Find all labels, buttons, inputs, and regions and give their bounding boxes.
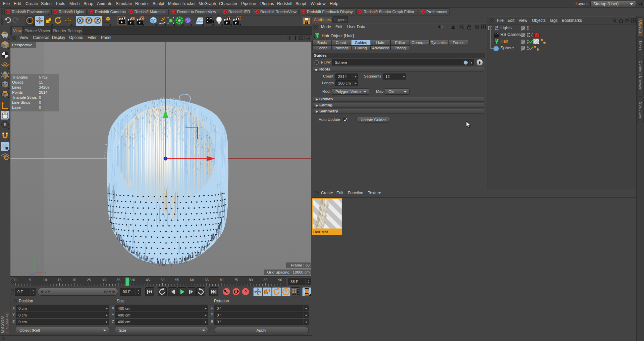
svg-text:10: 10	[43, 278, 47, 282]
svg-text:X: X	[44, 271, 47, 275]
svg-text:80: 80	[249, 278, 253, 282]
svg-text:25: 25	[87, 278, 91, 282]
svg-text:Frame : 38: Frame : 38	[291, 263, 310, 267]
svg-text:5732: 5732	[39, 75, 48, 79]
svg-text:30: 30	[102, 278, 106, 282]
svg-text:65: 65	[205, 278, 209, 282]
svg-text:15: 15	[58, 278, 62, 282]
svg-text:5: 5	[29, 278, 31, 282]
svg-text:Y: Y	[34, 259, 36, 262]
svg-text:Layer: Layer	[12, 105, 22, 109]
svg-text:85: 85	[264, 278, 268, 282]
svg-text:38: 38	[129, 278, 133, 282]
svg-text:20: 20	[72, 278, 76, 282]
svg-text:35: 35	[116, 278, 120, 282]
svg-text:55: 55	[175, 278, 179, 282]
svg-text:Triangles: Triangles	[12, 75, 28, 79]
svg-text:Line Strips: Line Strips	[12, 100, 31, 104]
svg-text:Lines: Lines	[12, 85, 21, 89]
svg-text:Z: Z	[96, 18, 99, 23]
svg-text:0: 0	[14, 278, 16, 282]
svg-text:Quads: Quads	[12, 80, 23, 84]
svg-text:0: 0	[39, 105, 41, 109]
svg-text:X: X	[79, 18, 82, 23]
svg-text:2814: 2814	[39, 90, 48, 94]
svg-text:60: 60	[190, 278, 194, 282]
svg-text:45: 45	[146, 278, 150, 282]
svg-text:0: 0	[496, 26, 498, 29]
svg-text:S: S	[4, 122, 7, 127]
svg-text:Points: Points	[12, 90, 23, 94]
svg-text:0: 0	[39, 100, 41, 104]
svg-text:0: 0	[39, 95, 41, 99]
svg-text:Y: Y	[88, 18, 91, 23]
svg-text:50: 50	[161, 278, 165, 282]
svg-text:Z: Z	[30, 274, 32, 277]
svg-text:P: P	[284, 290, 287, 294]
svg-text:Triangle Strips: Triangle Strips	[12, 95, 37, 99]
svg-text:90: 90	[278, 278, 282, 282]
svg-text:Grid Spacing : 10000 cm: Grid Spacing : 10000 cm	[267, 270, 310, 274]
svg-text:75: 75	[234, 278, 238, 282]
svg-text:11: 11	[39, 80, 43, 84]
svg-text:?: ?	[244, 289, 247, 294]
svg-text:Perspective: Perspective	[12, 43, 32, 47]
svg-text:34207: 34207	[39, 85, 50, 89]
svg-text:70: 70	[219, 278, 223, 282]
svg-text:Hair Mat: Hair Mat	[313, 230, 328, 234]
